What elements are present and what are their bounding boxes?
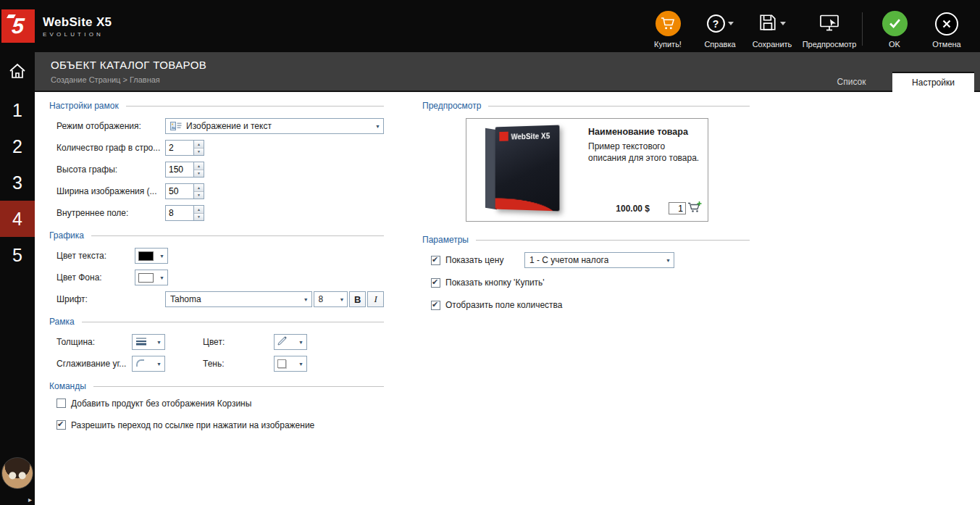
columns-row: Количество граф в стро... ▲ ▼ — [49, 140, 384, 156]
preview-column: Предпросмотр WebSite X5 Наименование тов… — [422, 101, 750, 320]
bold-button[interactable]: B — [349, 291, 366, 307]
sidebar-step-5[interactable]: 5 — [0, 237, 35, 273]
shadow-select[interactable]: ▼ — [274, 356, 307, 372]
option-add-without-cart[interactable]: Добавить продукт без отображения Корзины — [49, 398, 384, 414]
image-width-input[interactable] — [165, 183, 194, 199]
padding-stepper[interactable]: ▲ ▼ — [165, 205, 204, 221]
cancel-label: Отмена — [932, 40, 960, 49]
section-border: Рамка — [49, 317, 384, 327]
show-buy-row[interactable]: Показать кнопку 'Купить' — [422, 275, 750, 291]
row-height-row: Высота графы: ▲ ▼ — [49, 162, 384, 178]
border-thickness-row: Толщина: ▼ Цвет: — [49, 334, 384, 350]
home-button[interactable] — [0, 52, 35, 92]
spin-up-icon[interactable]: ▲ — [194, 141, 204, 148]
thickness-select[interactable]: ▼ — [132, 334, 165, 350]
shadow-icon — [277, 359, 286, 368]
quantity-input[interactable] — [669, 202, 686, 214]
pencil-icon — [277, 336, 288, 348]
expand-arrow-icon[interactable]: ▸ — [28, 496, 32, 504]
text-color-select[interactable]: ▼ — [135, 248, 168, 264]
padding-input[interactable] — [165, 205, 194, 221]
page-title: ОБЪЕКТ КАТАЛОГ ТОВАРОВ — [51, 59, 206, 71]
padding-row: Внутреннее поле: ▲ ▼ — [49, 205, 384, 221]
tab-settings[interactable]: Настройки — [892, 72, 974, 92]
color-swatch-white — [138, 273, 154, 283]
buy-button[interactable]: Купить! — [642, 11, 694, 49]
tax-mode-value: 1 - С учетом налога — [529, 255, 608, 265]
product-box-image: WebSite X5 — [479, 126, 565, 214]
color-swatch-black — [138, 251, 154, 261]
spin-down-icon[interactable]: ▼ — [194, 213, 204, 221]
chevron-down-icon: ▼ — [299, 297, 309, 302]
chevron-down-icon: ▼ — [155, 362, 162, 367]
help-button[interactable]: ? Справка — [694, 11, 746, 49]
row-height-label: Высота графы: — [56, 164, 165, 175]
image-width-stepper[interactable]: ▲ ▼ — [165, 183, 204, 199]
checkbox-checked[interactable] — [56, 420, 66, 430]
spin-down-icon[interactable]: ▼ — [194, 191, 204, 199]
spin-up-icon[interactable]: ▲ — [194, 206, 204, 213]
columns-stepper[interactable]: ▲ ▼ — [165, 140, 204, 156]
help-label: Справка — [704, 40, 735, 49]
italic-button[interactable]: I — [367, 291, 384, 307]
display-mode-select[interactable]: Изображение и текст ▼ — [165, 118, 384, 134]
save-button[interactable]: Сохранить — [746, 11, 798, 49]
tab-list[interactable]: Список — [811, 72, 892, 92]
sidebar-step-1[interactable]: 1 — [0, 92, 35, 128]
checkbox-checked[interactable] — [431, 256, 440, 265]
spin-up-icon[interactable]: ▲ — [194, 184, 204, 191]
checkbox-checked[interactable] — [431, 301, 440, 310]
bg-color-label: Цвет Фона: — [56, 272, 135, 283]
option-link-on-image[interactable]: Разрешить переход по ссылке при нажатии … — [49, 420, 384, 435]
preview-monitor-icon — [818, 13, 840, 35]
bg-color-select[interactable]: ▼ — [135, 270, 168, 285]
border-color-label: Цвет: — [203, 337, 274, 347]
display-mode-value: Изображение и текст — [186, 121, 272, 131]
add-to-cart-icon — [687, 201, 702, 216]
chevron-down-icon — [780, 22, 786, 25]
x5-logo-icon: 5 — [0, 9, 36, 43]
spin-up-icon[interactable]: ▲ — [194, 162, 204, 170]
spin-down-icon[interactable]: ▼ — [194, 148, 204, 156]
section-graphics: Графика — [49, 230, 384, 241]
show-quantity-row[interactable]: Отобразить поле количества — [422, 297, 750, 313]
chevron-down-icon: ▼ — [335, 297, 344, 302]
columns-input[interactable] — [165, 140, 194, 156]
checkbox-checked[interactable] — [431, 278, 440, 288]
spin-down-icon[interactable]: ▼ — [194, 170, 204, 178]
text-color-label: Цвет текста: — [56, 251, 135, 261]
tax-mode-select[interactable]: 1 - С учетом налога ▼ — [524, 252, 674, 268]
x5-logo-icon — [499, 132, 508, 141]
columns-label: Количество граф в стро... — [56, 143, 165, 153]
font-size-select[interactable]: 8 ▼ — [314, 291, 348, 307]
chevron-down-icon: ▼ — [158, 275, 164, 280]
preview-button[interactable]: Предпросмотр — [798, 11, 860, 49]
corner-select[interactable]: ▼ — [132, 356, 165, 372]
chevron-down-icon: ▼ — [371, 124, 380, 129]
section-preview: Предпросмотр — [422, 101, 750, 111]
image-text-icon — [170, 122, 182, 130]
row-height-input[interactable] — [165, 162, 194, 178]
section-commands: Команды — [49, 381, 384, 391]
sidebar-step-3[interactable]: 3 — [0, 164, 35, 201]
show-buy-label: Показать кнопку 'Купить' — [445, 277, 545, 288]
show-price-row: Показать цену 1 - С учетом налога ▼ — [422, 252, 750, 268]
sidebar: 1 2 3 4 5 ▸ — [0, 52, 35, 505]
checkbox-unchecked[interactable] — [56, 398, 66, 408]
padding-label: Внутреннее поле: — [56, 208, 165, 218]
check-icon — [882, 11, 908, 36]
font-family-select[interactable]: Tahoma ▼ — [165, 291, 312, 307]
row-height-stepper[interactable]: ▲ ▼ — [165, 162, 204, 178]
sidebar-step-2[interactable]: 2 — [0, 128, 35, 164]
cancel-button[interactable]: Отмена — [921, 11, 973, 49]
chevron-down-icon: ▼ — [297, 362, 303, 367]
product-price: 100.00 $ — [616, 204, 650, 214]
section-frame-settings: Настройки рамок — [49, 101, 384, 111]
sidebar-step-4[interactable]: 4 — [0, 201, 35, 237]
font-family-value: Tahoma — [170, 294, 201, 304]
border-color-select[interactable]: ▼ — [274, 334, 307, 350]
show-quantity-label: Отобразить поле количества — [445, 300, 563, 310]
ok-button[interactable]: OK — [868, 11, 921, 49]
close-icon — [935, 12, 958, 36]
app-brand: 5 WebSite X5 EVOLUTION — [0, 9, 112, 43]
